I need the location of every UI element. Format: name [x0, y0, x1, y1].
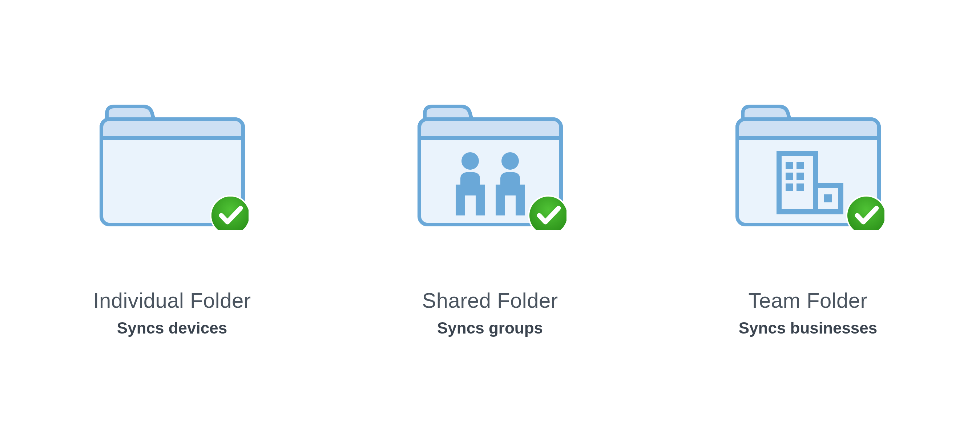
card-subtitle: Syncs businesses [739, 319, 878, 337]
folder-individual-icon [96, 99, 248, 230]
team-folder-card: Team Folder Syncs businesses [699, 99, 917, 337]
svg-point-12 [501, 152, 519, 170]
svg-rect-21 [797, 162, 804, 169]
card-title: Individual Folder [93, 288, 251, 312]
card-title: Team Folder [749, 288, 868, 312]
svg-rect-24 [786, 183, 793, 191]
svg-rect-27 [824, 194, 832, 202]
svg-rect-23 [797, 173, 804, 180]
card-subtitle: Syncs devices [117, 319, 227, 337]
card-title: Shared Folder [422, 288, 558, 312]
svg-rect-22 [786, 173, 793, 180]
svg-rect-20 [786, 162, 793, 169]
folder-shared-icon [414, 99, 566, 230]
individual-folder-card: Individual Folder Syncs devices [63, 99, 281, 337]
folder-team-icon [732, 99, 885, 230]
svg-rect-25 [797, 183, 804, 191]
folder-type-row: Individual Folder Syncs devices [49, 99, 932, 337]
card-subtitle: Syncs groups [437, 319, 543, 337]
svg-point-11 [461, 152, 479, 170]
shared-folder-card: Shared Folder Syncs groups [381, 99, 599, 337]
